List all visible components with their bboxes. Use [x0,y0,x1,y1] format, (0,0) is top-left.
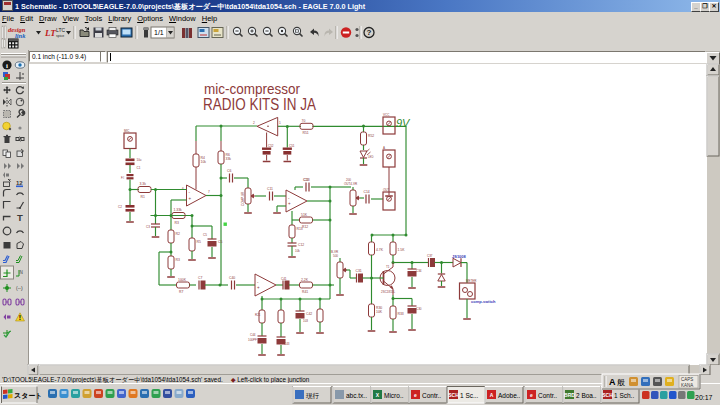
svg-text:A: A [490,392,494,398]
svg-text:1 Sc...: 1 Sc... [460,392,479,399]
svg-text:e: e [530,392,533,398]
svg-text:スタート: スタート [14,392,43,400]
svg-text:般: 般 [617,378,625,387]
svg-text:現行: 現行 [306,392,320,400]
svg-text:SCH: SCH [602,392,613,398]
svg-text:Contr..: Contr.. [538,392,557,399]
svg-text:20:17: 20:17 [695,394,713,401]
svg-text:Micro..: Micro.. [384,392,404,399]
svg-text:Adobe..: Adobe.. [498,392,521,399]
svg-text:abc.tx..: abc.tx.. [346,392,367,399]
svg-text:e: e [414,392,417,398]
svg-text:KANA: KANA [681,383,693,388]
svg-text:A: A [609,377,616,387]
svg-text:Contr..: Contr.. [422,392,441,399]
svg-text:BRD: BRD [564,392,575,398]
svg-text:SCH: SCH [448,392,459,398]
svg-text:2 Boa..: 2 Boa.. [576,392,597,399]
svg-text:CAPS: CAPS [681,377,693,382]
svg-text:1 Sch..: 1 Sch.. [614,392,634,399]
